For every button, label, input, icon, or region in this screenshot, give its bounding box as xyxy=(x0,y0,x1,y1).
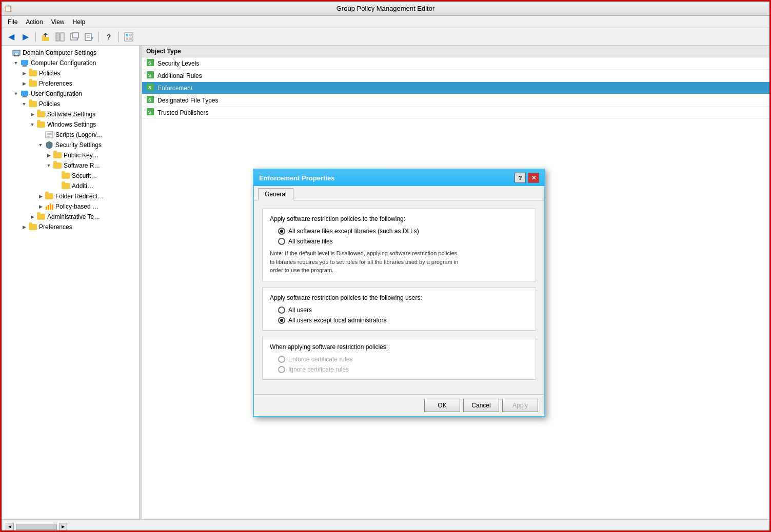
menu-view[interactable]: View xyxy=(47,17,69,27)
tree-node-software-settings[interactable]: ▶ Software Settings xyxy=(2,109,140,119)
radio-label-except-libraries: All software files except libraries (suc… xyxy=(288,228,419,235)
section2-label: Apply software restriction policies to t… xyxy=(270,294,528,301)
svg-rect-1 xyxy=(42,35,45,37)
svg-rect-30 xyxy=(46,207,47,210)
tree-node-preferences-uc[interactable]: ▶ Preferences xyxy=(2,222,140,232)
tree-label-policy-based: Policy-based … xyxy=(55,203,98,210)
export-button[interactable] xyxy=(82,30,95,44)
icon-scripts xyxy=(45,131,54,139)
toggle-user-config: ▼ xyxy=(12,90,20,98)
scroll-left-button[interactable]: ◀ xyxy=(6,523,14,531)
dialog-help-button[interactable]: ? xyxy=(515,173,526,183)
scroll-right-button[interactable]: ▶ xyxy=(59,523,67,531)
toolbar: ◀ ▶ ? xyxy=(2,28,769,46)
icon-security-settings xyxy=(45,141,54,149)
enforcement-properties-dialog: Enforcement Properties ? ✕ General Apply… xyxy=(253,169,545,417)
svg-rect-16 xyxy=(129,37,132,40)
toggle-public-key: ▶ xyxy=(45,151,53,159)
radio-group-cert: Enforce certificate rules Ignore certifi… xyxy=(278,356,528,373)
radio-all-users[interactable] xyxy=(278,306,285,314)
scroll-track[interactable] xyxy=(16,524,57,530)
tree-node-computer-config[interactable]: ▼ Computer Configuration xyxy=(2,58,140,68)
svg-rect-15 xyxy=(126,37,128,40)
tree-node-windows-settings[interactable]: ▼ Windows Settings xyxy=(2,119,140,130)
toggle-scripts xyxy=(36,131,45,139)
radio-item-except-admins[interactable]: All users except local administrators xyxy=(278,317,528,324)
new-window-button[interactable] xyxy=(68,30,81,44)
main-area: Domain Computer Settings ▼ Computer Conf… xyxy=(2,46,769,519)
radio-item-all-files[interactable]: All software files xyxy=(278,238,528,245)
radio-all-files[interactable] xyxy=(278,238,285,245)
svg-rect-8 xyxy=(85,33,91,40)
toggle-security-settings: ▼ xyxy=(36,141,45,149)
ok-button[interactable]: OK xyxy=(424,399,460,412)
section1-label: Apply software restriction policies to t… xyxy=(270,215,528,222)
dialog-tabs: General xyxy=(254,186,544,200)
help-button[interactable]: ? xyxy=(102,30,115,44)
svg-marker-3 xyxy=(44,33,48,35)
up-button[interactable] xyxy=(39,30,52,44)
svg-text:S: S xyxy=(148,73,151,78)
menu-file[interactable]: File xyxy=(4,17,22,27)
cancel-button[interactable]: Cancel xyxy=(463,399,499,412)
tree-node-security-lvl[interactable]: Securit… xyxy=(2,171,140,181)
list-item-trusted-publishers[interactable]: S Trusted Publishers xyxy=(142,107,769,119)
toggle-software-r: ▼ xyxy=(45,161,53,170)
forward-button[interactable]: ▶ xyxy=(19,30,32,44)
tree-node-security-settings[interactable]: ▼ Security Settings xyxy=(2,140,140,150)
menu-bar: File Action View Help xyxy=(2,16,769,28)
toggle-security-lvl xyxy=(53,172,61,180)
svg-rect-33 xyxy=(52,204,53,210)
tree-label-admin-templates: Administrative Te… xyxy=(47,213,100,220)
tree-node-additional-r[interactable]: Additi… xyxy=(2,181,140,191)
tree-panel: Domain Computer Settings ▼ Computer Conf… xyxy=(2,46,140,519)
list-label-designated-file-types: Designated File Types xyxy=(157,97,219,104)
extra-button[interactable] xyxy=(122,30,135,44)
tree-node-policies-uc[interactable]: ▼ Policies xyxy=(2,99,140,109)
tree-node-public-key[interactable]: ▶ Public Key… xyxy=(2,150,140,160)
toggle-preferences-cc: ▶ xyxy=(20,79,28,88)
radio-item-all-users[interactable]: All users xyxy=(278,306,528,314)
dialog-close-button[interactable]: ✕ xyxy=(528,173,539,183)
svg-rect-7 xyxy=(72,33,78,38)
icon-user-config xyxy=(20,90,29,98)
tree-node-preferences-cc[interactable]: ▶ Preferences xyxy=(2,78,140,89)
tree-node-folder-redirect[interactable]: ▶ Folder Redirect… xyxy=(2,191,140,201)
show-hide-button[interactable] xyxy=(53,30,67,44)
svg-text:S: S xyxy=(148,60,151,66)
svg-rect-19 xyxy=(14,55,19,56)
radio-group-users: All users All users except local adminis… xyxy=(278,306,528,324)
tree-label-security-lvl: Securit… xyxy=(72,172,97,179)
menu-action[interactable]: Action xyxy=(22,17,47,27)
list-item-security-levels[interactable]: S Security Levels xyxy=(142,57,769,70)
tree-node-scripts[interactable]: Scripts (Logon/… xyxy=(2,130,140,140)
radio-item-except-libraries[interactable]: All software files except libraries (suc… xyxy=(278,228,528,235)
tree-label-preferences-uc: Preferences xyxy=(39,223,72,231)
srp-icon-enforcement: S xyxy=(146,83,154,93)
tree-node-policies-cc[interactable]: ▶ Policies xyxy=(2,68,140,78)
radio-except-admins[interactable] xyxy=(278,317,285,324)
tree-node-software-r[interactable]: ▼ Software R… xyxy=(2,160,140,171)
apply-button[interactable]: Apply xyxy=(502,399,538,412)
tree-node-policy-based[interactable]: ▶ Policy-based … xyxy=(2,201,140,212)
back-button[interactable]: ◀ xyxy=(5,30,18,44)
srp-icon-additional-rules: S xyxy=(146,71,154,80)
srp-icon-trusted-publishers: S xyxy=(146,108,154,117)
radio-item-ignore-cert: Ignore certificate rules xyxy=(278,366,528,373)
icon-security-lvl xyxy=(61,172,70,180)
list-item-enforcement[interactable]: S Enforcement xyxy=(142,82,769,94)
toggle-folder-redirect: ▶ xyxy=(36,192,45,200)
tree-node-user-config[interactable]: ▼ User Configuration xyxy=(2,89,140,99)
tree-label-additional-r: Additi… xyxy=(72,182,93,190)
radio-except-libraries[interactable] xyxy=(278,228,285,235)
tree-node-domain[interactable]: Domain Computer Settings xyxy=(2,48,140,58)
tab-general[interactable]: General xyxy=(258,188,293,200)
dialog-content: Apply software restriction policies to t… xyxy=(254,200,544,394)
menu-help[interactable]: Help xyxy=(69,17,90,27)
srp-icon-designated-file-types: S xyxy=(146,95,154,105)
toggle-additional-r xyxy=(53,182,61,190)
list-item-designated-file-types[interactable]: S Designated File Types xyxy=(142,94,769,107)
tree-node-admin-templates[interactable]: ▶ Administrative Te… xyxy=(2,212,140,222)
list-item-additional-rules[interactable]: S Additional Rules xyxy=(142,70,769,82)
tree-label-policies-cc: Policies xyxy=(39,70,60,77)
